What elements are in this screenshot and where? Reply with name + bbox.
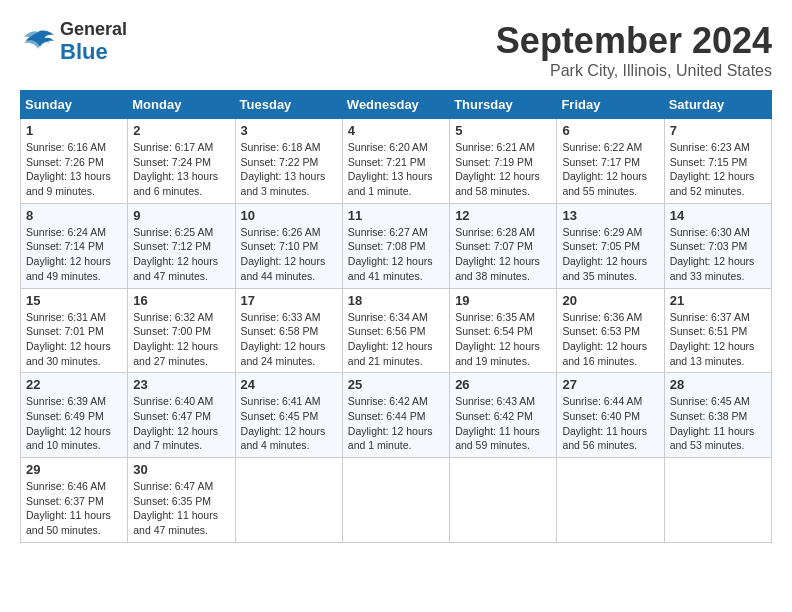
calendar-cell: 17Sunrise: 6:33 AMSunset: 6:58 PMDayligh… xyxy=(235,288,342,373)
day-number: 3 xyxy=(241,123,337,138)
cell-sun-info: Sunrise: 6:20 AMSunset: 7:21 PMDaylight:… xyxy=(348,140,444,199)
weekday-header-sunday: Sunday xyxy=(21,91,128,119)
cell-sun-info: Sunrise: 6:35 AMSunset: 6:54 PMDaylight:… xyxy=(455,310,551,369)
calendar-cell: 7Sunrise: 6:23 AMSunset: 7:15 PMDaylight… xyxy=(664,119,771,204)
calendar-cell: 15Sunrise: 6:31 AMSunset: 7:01 PMDayligh… xyxy=(21,288,128,373)
day-number: 5 xyxy=(455,123,551,138)
day-number: 19 xyxy=(455,293,551,308)
calendar-cell: 9Sunrise: 6:25 AMSunset: 7:12 PMDaylight… xyxy=(128,203,235,288)
location-title: Park City, Illinois, United States xyxy=(496,62,772,80)
calendar-cell: 10Sunrise: 6:26 AMSunset: 7:10 PMDayligh… xyxy=(235,203,342,288)
calendar-cell: 3Sunrise: 6:18 AMSunset: 7:22 PMDaylight… xyxy=(235,119,342,204)
calendar-cell: 5Sunrise: 6:21 AMSunset: 7:19 PMDaylight… xyxy=(450,119,557,204)
day-number: 25 xyxy=(348,377,444,392)
day-number: 2 xyxy=(133,123,229,138)
logo-blue: Blue xyxy=(60,40,127,64)
logo-general: General xyxy=(60,20,127,40)
day-number: 27 xyxy=(562,377,658,392)
weekday-header-row: SundayMondayTuesdayWednesdayThursdayFrid… xyxy=(21,91,772,119)
weekday-header-tuesday: Tuesday xyxy=(235,91,342,119)
week-row-2: 8Sunrise: 6:24 AMSunset: 7:14 PMDaylight… xyxy=(21,203,772,288)
calendar-cell: 16Sunrise: 6:32 AMSunset: 7:00 PMDayligh… xyxy=(128,288,235,373)
title-block: September 2024 Park City, Illinois, Unit… xyxy=(496,20,772,80)
week-row-1: 1Sunrise: 6:16 AMSunset: 7:26 PMDaylight… xyxy=(21,119,772,204)
cell-sun-info: Sunrise: 6:37 AMSunset: 6:51 PMDaylight:… xyxy=(670,310,766,369)
calendar-cell: 1Sunrise: 6:16 AMSunset: 7:26 PMDaylight… xyxy=(21,119,128,204)
cell-sun-info: Sunrise: 6:26 AMSunset: 7:10 PMDaylight:… xyxy=(241,225,337,284)
day-number: 14 xyxy=(670,208,766,223)
day-number: 24 xyxy=(241,377,337,392)
calendar-cell xyxy=(557,458,664,543)
cell-sun-info: Sunrise: 6:18 AMSunset: 7:22 PMDaylight:… xyxy=(241,140,337,199)
day-number: 6 xyxy=(562,123,658,138)
cell-sun-info: Sunrise: 6:34 AMSunset: 6:56 PMDaylight:… xyxy=(348,310,444,369)
day-number: 13 xyxy=(562,208,658,223)
day-number: 15 xyxy=(26,293,122,308)
cell-sun-info: Sunrise: 6:25 AMSunset: 7:12 PMDaylight:… xyxy=(133,225,229,284)
calendar-cell xyxy=(450,458,557,543)
day-number: 23 xyxy=(133,377,229,392)
page-header: General Blue September 2024 Park City, I… xyxy=(20,20,772,80)
cell-sun-info: Sunrise: 6:33 AMSunset: 6:58 PMDaylight:… xyxy=(241,310,337,369)
day-number: 11 xyxy=(348,208,444,223)
day-number: 28 xyxy=(670,377,766,392)
day-number: 17 xyxy=(241,293,337,308)
day-number: 7 xyxy=(670,123,766,138)
week-row-4: 22Sunrise: 6:39 AMSunset: 6:49 PMDayligh… xyxy=(21,373,772,458)
logo: General Blue xyxy=(20,20,127,64)
cell-sun-info: Sunrise: 6:28 AMSunset: 7:07 PMDaylight:… xyxy=(455,225,551,284)
calendar-cell: 12Sunrise: 6:28 AMSunset: 7:07 PMDayligh… xyxy=(450,203,557,288)
day-number: 16 xyxy=(133,293,229,308)
day-number: 29 xyxy=(26,462,122,477)
calendar-cell: 2Sunrise: 6:17 AMSunset: 7:24 PMDaylight… xyxy=(128,119,235,204)
week-row-3: 15Sunrise: 6:31 AMSunset: 7:01 PMDayligh… xyxy=(21,288,772,373)
day-number: 1 xyxy=(26,123,122,138)
calendar-cell: 18Sunrise: 6:34 AMSunset: 6:56 PMDayligh… xyxy=(342,288,449,373)
logo-icon xyxy=(20,27,56,57)
calendar-cell: 28Sunrise: 6:45 AMSunset: 6:38 PMDayligh… xyxy=(664,373,771,458)
day-number: 30 xyxy=(133,462,229,477)
calendar-cell: 20Sunrise: 6:36 AMSunset: 6:53 PMDayligh… xyxy=(557,288,664,373)
cell-sun-info: Sunrise: 6:17 AMSunset: 7:24 PMDaylight:… xyxy=(133,140,229,199)
weekday-header-wednesday: Wednesday xyxy=(342,91,449,119)
weekday-header-thursday: Thursday xyxy=(450,91,557,119)
calendar-cell: 29Sunrise: 6:46 AMSunset: 6:37 PMDayligh… xyxy=(21,458,128,543)
weekday-header-friday: Friday xyxy=(557,91,664,119)
cell-sun-info: Sunrise: 6:32 AMSunset: 7:00 PMDaylight:… xyxy=(133,310,229,369)
calendar-table: SundayMondayTuesdayWednesdayThursdayFrid… xyxy=(20,90,772,543)
day-number: 9 xyxy=(133,208,229,223)
cell-sun-info: Sunrise: 6:24 AMSunset: 7:14 PMDaylight:… xyxy=(26,225,122,284)
cell-sun-info: Sunrise: 6:42 AMSunset: 6:44 PMDaylight:… xyxy=(348,394,444,453)
calendar-cell xyxy=(664,458,771,543)
week-row-5: 29Sunrise: 6:46 AMSunset: 6:37 PMDayligh… xyxy=(21,458,772,543)
calendar-cell: 24Sunrise: 6:41 AMSunset: 6:45 PMDayligh… xyxy=(235,373,342,458)
weekday-header-saturday: Saturday xyxy=(664,91,771,119)
day-number: 4 xyxy=(348,123,444,138)
calendar-cell: 22Sunrise: 6:39 AMSunset: 6:49 PMDayligh… xyxy=(21,373,128,458)
calendar-cell xyxy=(235,458,342,543)
cell-sun-info: Sunrise: 6:29 AMSunset: 7:05 PMDaylight:… xyxy=(562,225,658,284)
day-number: 21 xyxy=(670,293,766,308)
calendar-cell: 19Sunrise: 6:35 AMSunset: 6:54 PMDayligh… xyxy=(450,288,557,373)
calendar-cell xyxy=(342,458,449,543)
calendar-cell: 13Sunrise: 6:29 AMSunset: 7:05 PMDayligh… xyxy=(557,203,664,288)
cell-sun-info: Sunrise: 6:39 AMSunset: 6:49 PMDaylight:… xyxy=(26,394,122,453)
weekday-header-monday: Monday xyxy=(128,91,235,119)
day-number: 10 xyxy=(241,208,337,223)
cell-sun-info: Sunrise: 6:16 AMSunset: 7:26 PMDaylight:… xyxy=(26,140,122,199)
logo-text: General Blue xyxy=(60,20,127,64)
cell-sun-info: Sunrise: 6:41 AMSunset: 6:45 PMDaylight:… xyxy=(241,394,337,453)
cell-sun-info: Sunrise: 6:40 AMSunset: 6:47 PMDaylight:… xyxy=(133,394,229,453)
calendar-cell: 30Sunrise: 6:47 AMSunset: 6:35 PMDayligh… xyxy=(128,458,235,543)
cell-sun-info: Sunrise: 6:43 AMSunset: 6:42 PMDaylight:… xyxy=(455,394,551,453)
cell-sun-info: Sunrise: 6:47 AMSunset: 6:35 PMDaylight:… xyxy=(133,479,229,538)
cell-sun-info: Sunrise: 6:45 AMSunset: 6:38 PMDaylight:… xyxy=(670,394,766,453)
cell-sun-info: Sunrise: 6:22 AMSunset: 7:17 PMDaylight:… xyxy=(562,140,658,199)
calendar-cell: 6Sunrise: 6:22 AMSunset: 7:17 PMDaylight… xyxy=(557,119,664,204)
cell-sun-info: Sunrise: 6:46 AMSunset: 6:37 PMDaylight:… xyxy=(26,479,122,538)
day-number: 18 xyxy=(348,293,444,308)
calendar-cell: 21Sunrise: 6:37 AMSunset: 6:51 PMDayligh… xyxy=(664,288,771,373)
day-number: 26 xyxy=(455,377,551,392)
day-number: 22 xyxy=(26,377,122,392)
cell-sun-info: Sunrise: 6:23 AMSunset: 7:15 PMDaylight:… xyxy=(670,140,766,199)
